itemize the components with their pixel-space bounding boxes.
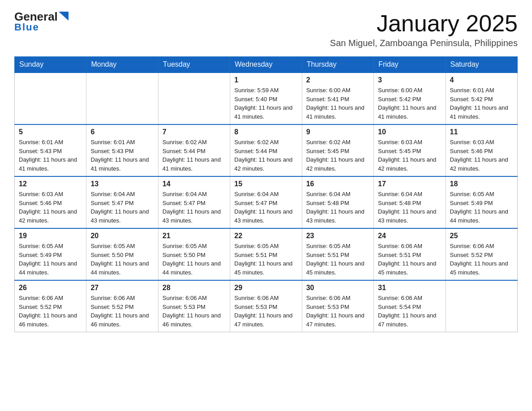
day-info: Sunrise: 6:06 AMSunset: 5:53 PMDaylight:… (234, 294, 297, 329)
calendar-day-24: 24Sunrise: 6:06 AMSunset: 5:51 PMDayligh… (374, 228, 446, 280)
calendar-day-8: 8Sunrise: 6:02 AMSunset: 5:44 PMDaylight… (230, 124, 302, 176)
calendar-day-7: 7Sunrise: 6:02 AMSunset: 5:44 PMDaylight… (158, 124, 230, 176)
day-number: 30 (306, 284, 369, 292)
day-number: 12 (19, 180, 82, 188)
day-number: 7 (163, 128, 226, 136)
title-block: January 2025 San Miguel, Zamboanga Penin… (330, 11, 518, 48)
day-number: 25 (450, 232, 513, 240)
day-number: 31 (378, 284, 441, 292)
day-info: Sunrise: 6:06 AMSunset: 5:52 PMDaylight:… (90, 294, 154, 329)
day-info: Sunrise: 6:06 AMSunset: 5:52 PMDaylight:… (19, 294, 82, 329)
day-info: Sunrise: 6:00 AMSunset: 5:41 PMDaylight:… (306, 86, 369, 121)
calendar-day-21: 21Sunrise: 6:05 AMSunset: 5:50 PMDayligh… (158, 228, 230, 280)
day-number: 1 (234, 76, 297, 84)
page-header: General Blue January 2025 San Miguel, Za… (14, 11, 518, 48)
day-info: Sunrise: 6:01 AMSunset: 5:43 PMDaylight:… (19, 138, 82, 173)
day-number: 17 (378, 180, 441, 188)
day-info: Sunrise: 6:00 AMSunset: 5:42 PMDaylight:… (378, 86, 441, 121)
column-header-friday: Friday (374, 57, 446, 73)
calendar-day-23: 23Sunrise: 6:05 AMSunset: 5:51 PMDayligh… (302, 228, 373, 280)
day-number: 4 (450, 76, 513, 84)
day-info: Sunrise: 6:05 AMSunset: 5:51 PMDaylight:… (306, 242, 369, 277)
month-title: January 2025 (330, 11, 518, 36)
day-number: 23 (306, 232, 369, 240)
day-info: Sunrise: 6:04 AMSunset: 5:48 PMDaylight:… (306, 190, 369, 225)
calendar-table: SundayMondayTuesdayWednesdayThursdayFrid… (14, 56, 518, 332)
day-info: Sunrise: 6:06 AMSunset: 5:51 PMDaylight:… (378, 242, 441, 277)
day-info: Sunrise: 6:03 AMSunset: 5:46 PMDaylight:… (450, 138, 513, 173)
calendar-day-17: 17Sunrise: 6:04 AMSunset: 5:48 PMDayligh… (374, 176, 446, 228)
day-number: 6 (90, 128, 154, 136)
column-header-monday: Monday (86, 57, 158, 73)
calendar-empty-cell (15, 73, 86, 124)
day-number: 9 (306, 128, 369, 136)
day-number: 8 (234, 128, 297, 136)
calendar-day-18: 18Sunrise: 6:05 AMSunset: 5:49 PMDayligh… (446, 176, 517, 228)
calendar-week-row: 19Sunrise: 6:05 AMSunset: 5:49 PMDayligh… (15, 228, 518, 280)
day-number: 22 (234, 232, 297, 240)
day-info: Sunrise: 6:03 AMSunset: 5:45 PMDaylight:… (378, 138, 441, 173)
day-info: Sunrise: 6:02 AMSunset: 5:45 PMDaylight:… (306, 138, 369, 173)
day-info: Sunrise: 6:04 AMSunset: 5:47 PMDaylight:… (234, 190, 297, 225)
day-info: Sunrise: 5:59 AMSunset: 5:40 PMDaylight:… (234, 86, 297, 121)
day-info: Sunrise: 6:01 AMSunset: 5:43 PMDaylight:… (90, 138, 154, 173)
day-info: Sunrise: 6:05 AMSunset: 5:50 PMDaylight:… (163, 242, 226, 277)
calendar-day-11: 11Sunrise: 6:03 AMSunset: 5:46 PMDayligh… (446, 124, 517, 176)
calendar-day-10: 10Sunrise: 6:03 AMSunset: 5:45 PMDayligh… (374, 124, 446, 176)
calendar-day-12: 12Sunrise: 6:03 AMSunset: 5:46 PMDayligh… (15, 176, 86, 228)
day-number: 3 (378, 76, 441, 84)
calendar-day-4: 4Sunrise: 6:01 AMSunset: 5:42 PMDaylight… (446, 73, 517, 124)
day-info: Sunrise: 6:06 AMSunset: 5:52 PMDaylight:… (450, 242, 513, 277)
calendar-empty-cell (86, 73, 158, 124)
day-info: Sunrise: 6:05 AMSunset: 5:49 PMDaylight:… (19, 242, 82, 277)
calendar-day-5: 5Sunrise: 6:01 AMSunset: 5:43 PMDaylight… (15, 124, 86, 176)
column-header-sunday: Sunday (15, 57, 86, 73)
calendar-day-1: 1Sunrise: 5:59 AMSunset: 5:40 PMDaylight… (230, 73, 302, 124)
calendar-empty-cell (158, 73, 230, 124)
calendar-day-6: 6Sunrise: 6:01 AMSunset: 5:43 PMDaylight… (86, 124, 158, 176)
calendar-day-26: 26Sunrise: 6:06 AMSunset: 5:52 PMDayligh… (15, 280, 86, 332)
calendar-day-16: 16Sunrise: 6:04 AMSunset: 5:48 PMDayligh… (302, 176, 373, 228)
calendar-day-9: 9Sunrise: 6:02 AMSunset: 5:45 PMDaylight… (302, 124, 373, 176)
calendar-day-22: 22Sunrise: 6:05 AMSunset: 5:51 PMDayligh… (230, 228, 302, 280)
calendar-day-29: 29Sunrise: 6:06 AMSunset: 5:53 PMDayligh… (230, 280, 302, 332)
logo-blue: Blue (14, 21, 39, 33)
calendar-day-25: 25Sunrise: 6:06 AMSunset: 5:52 PMDayligh… (446, 228, 517, 280)
day-info: Sunrise: 6:06 AMSunset: 5:54 PMDaylight:… (378, 294, 441, 329)
day-number: 15 (234, 180, 297, 188)
column-header-tuesday: Tuesday (158, 57, 230, 73)
day-number: 5 (19, 128, 82, 136)
calendar-week-row: 12Sunrise: 6:03 AMSunset: 5:46 PMDayligh… (15, 176, 518, 228)
day-info: Sunrise: 6:05 AMSunset: 5:49 PMDaylight:… (450, 190, 513, 225)
calendar-day-30: 30Sunrise: 6:06 AMSunset: 5:53 PMDayligh… (302, 280, 373, 332)
day-number: 21 (163, 232, 226, 240)
logo-triangle-icon (59, 12, 69, 21)
calendar-day-28: 28Sunrise: 6:06 AMSunset: 5:53 PMDayligh… (158, 280, 230, 332)
calendar-header-row: SundayMondayTuesdayWednesdayThursdayFrid… (15, 57, 518, 73)
day-info: Sunrise: 6:04 AMSunset: 5:47 PMDaylight:… (163, 190, 226, 225)
calendar-day-27: 27Sunrise: 6:06 AMSunset: 5:52 PMDayligh… (86, 280, 158, 332)
day-number: 13 (90, 180, 154, 188)
day-number: 26 (19, 284, 82, 292)
day-number: 28 (163, 284, 226, 292)
column-header-wednesday: Wednesday (230, 57, 302, 73)
day-info: Sunrise: 6:02 AMSunset: 5:44 PMDaylight:… (163, 138, 226, 173)
svg-marker-0 (59, 12, 69, 21)
logo-general: General (14, 11, 58, 22)
day-number: 19 (19, 232, 82, 240)
calendar-week-row: 26Sunrise: 6:06 AMSunset: 5:52 PMDayligh… (15, 280, 518, 332)
calendar-day-15: 15Sunrise: 6:04 AMSunset: 5:47 PMDayligh… (230, 176, 302, 228)
calendar-day-19: 19Sunrise: 6:05 AMSunset: 5:49 PMDayligh… (15, 228, 86, 280)
calendar-day-3: 3Sunrise: 6:00 AMSunset: 5:42 PMDaylight… (374, 73, 446, 124)
day-number: 24 (378, 232, 441, 240)
day-info: Sunrise: 6:02 AMSunset: 5:44 PMDaylight:… (234, 138, 297, 173)
column-header-thursday: Thursday (302, 57, 373, 73)
column-header-saturday: Saturday (446, 57, 517, 73)
day-number: 14 (163, 180, 226, 188)
calendar-day-2: 2Sunrise: 6:00 AMSunset: 5:41 PMDaylight… (302, 73, 373, 124)
subtitle: San Miguel, Zamboanga Peninsula, Philipp… (330, 38, 518, 48)
day-info: Sunrise: 6:01 AMSunset: 5:42 PMDaylight:… (450, 86, 513, 121)
calendar-week-row: 1Sunrise: 5:59 AMSunset: 5:40 PMDaylight… (15, 73, 518, 124)
calendar-day-20: 20Sunrise: 6:05 AMSunset: 5:50 PMDayligh… (86, 228, 158, 280)
day-info: Sunrise: 6:06 AMSunset: 5:53 PMDaylight:… (306, 294, 369, 329)
